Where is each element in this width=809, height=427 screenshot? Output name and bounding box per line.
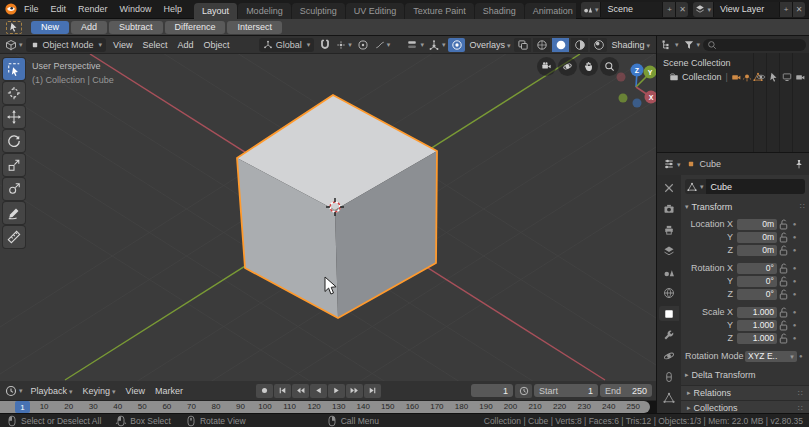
select-mode-intersect-button[interactable]: Intersect <box>227 21 282 34</box>
tool-annotate[interactable] <box>3 202 25 224</box>
workspace-tab-uv-editing[interactable]: UV Editing <box>346 3 406 19</box>
menu-edit[interactable]: Edit <box>45 4 73 14</box>
outliner-editor-type-button[interactable]: ▾ <box>660 38 680 52</box>
shading-solid-button[interactable] <box>552 38 569 52</box>
overlays-dropdown[interactable]: Overlays▾ <box>467 40 512 50</box>
browse-object-button[interactable]: ▾ <box>685 179 706 194</box>
gizmo-minus-y[interactable] <box>619 94 628 103</box>
animate-decorator[interactable]: ● <box>790 335 799 341</box>
playback-play-reverse-button[interactable] <box>310 384 327 398</box>
playback-jump-end-button[interactable] <box>364 384 381 398</box>
workspace-tab-shading[interactable]: Shading <box>475 3 525 19</box>
select-mode-difference-button[interactable]: Difference <box>165 21 226 34</box>
timeline-editor-type-button[interactable]: ▾ <box>4 384 24 398</box>
view-layer-name[interactable]: View Layer <box>713 2 779 17</box>
mode-dropdown[interactable]: Object Mode▾ <box>26 38 107 52</box>
properties-tab-physics[interactable] <box>659 348 679 363</box>
viewport-menu-add[interactable]: Add <box>172 40 198 50</box>
lock-icon[interactable] <box>777 262 790 275</box>
viewport-menu-select[interactable]: Select <box>137 40 172 50</box>
transform-panel-header[interactable]: ▾Transform∷ <box>685 200 805 213</box>
playback-play-button[interactable] <box>328 384 345 398</box>
animate-decorator[interactable]: ● <box>790 322 799 328</box>
lock-icon[interactable] <box>777 231 790 244</box>
rotation-mode-dropdown[interactable]: XYZ E..▾ <box>745 351 797 362</box>
lock-icon[interactable] <box>777 319 790 332</box>
preview-range-toggle[interactable] <box>515 384 532 398</box>
playback-next-keyframe-button[interactable] <box>346 384 363 398</box>
show-object-types-dropdown[interactable]: ▾ <box>405 38 425 52</box>
lock-icon[interactable] <box>777 306 790 319</box>
overlays-toggle[interactable] <box>448 38 465 52</box>
xray-toggle[interactable] <box>514 38 531 52</box>
playback-record-button[interactable] <box>256 384 273 398</box>
cube-object[interactable] <box>237 95 437 318</box>
remove-view-layer-button[interactable]: ✕ <box>792 2 805 17</box>
unlink-scene-button[interactable]: ✕ <box>675 2 688 17</box>
lock-icon[interactable] <box>777 332 790 345</box>
tool-move[interactable] <box>3 106 25 128</box>
panel-relations[interactable]: ▸Relations∷ <box>681 385 809 400</box>
outliner-search-input[interactable] <box>703 39 806 51</box>
shading-rendered-button[interactable] <box>590 38 607 52</box>
tool-cursor[interactable] <box>3 82 25 104</box>
viewport-menu-object[interactable]: Object <box>198 40 234 50</box>
viewport-menu-view[interactable]: View <box>108 40 137 50</box>
properties-tab-output[interactable] <box>659 222 679 237</box>
current-frame-marker[interactable]: 1 <box>15 401 30 413</box>
transform-value-field[interactable]: 0° <box>737 276 777 287</box>
navigation-gizmo[interactable]: Z Y X <box>610 56 656 110</box>
workspace-tab-layout[interactable]: Layout <box>194 3 238 19</box>
gizmo-minus-x[interactable] <box>617 73 626 82</box>
viewport-canvas[interactable]: User Perspective (1) Collection | Cube Z… <box>0 54 656 381</box>
properties-editor-type-button[interactable]: ▾ <box>662 157 682 171</box>
new-view-layer-button[interactable]: + <box>779 2 792 17</box>
transform-value-field[interactable]: 0m <box>737 232 777 243</box>
outliner-toggle-monitor[interactable] <box>782 72 792 82</box>
outliner-toggle-pointer[interactable] <box>769 72 779 82</box>
tool-scale[interactable] <box>3 154 25 176</box>
transform-value-field[interactable]: 1.000 <box>737 320 777 331</box>
animate-decorator[interactable]: ● <box>790 221 799 227</box>
lock-icon[interactable] <box>777 275 790 288</box>
pin-icon[interactable] <box>794 159 804 169</box>
menu-window[interactable]: Window <box>114 4 158 14</box>
animate-decorator[interactable]: ● <box>790 234 799 240</box>
snap-toggle[interactable] <box>316 38 333 52</box>
workspace-tab-modeling[interactable]: Modeling <box>238 3 292 19</box>
timeline-menu-playback[interactable]: Playback▾ <box>26 386 78 396</box>
snap-with-dropdown[interactable]: ▾ <box>335 38 353 52</box>
transform-value-field[interactable]: 1.000 <box>737 307 777 318</box>
transform-value-field[interactable]: 0m <box>737 245 777 256</box>
menu-render[interactable]: Render <box>72 4 114 14</box>
delta-transform-panel[interactable]: ▸Delta Transform <box>685 368 805 381</box>
shading-material-button[interactable] <box>571 38 588 52</box>
gizmos-dropdown[interactable]: ▾ <box>427 38 447 52</box>
new-scene-button[interactable]: + <box>662 2 675 17</box>
timeline-menu-marker[interactable]: Marker <box>150 386 188 396</box>
select-mode-new-button[interactable]: New <box>31 21 69 34</box>
animate-decorator[interactable]: ● <box>790 309 799 315</box>
animate-decorator[interactable]: ● <box>797 353 805 359</box>
properties-tab-scene[interactable] <box>659 264 679 279</box>
shading-wireframe-button[interactable] <box>533 38 550 52</box>
transform-value-field[interactable]: 0° <box>737 289 777 300</box>
menu-file[interactable]: File <box>18 4 45 14</box>
outliner-row-scene-collection[interactable]: Scene Collection <box>657 56 809 70</box>
outliner-filter-button[interactable]: ▾ <box>682 38 702 52</box>
animate-decorator[interactable]: ● <box>790 278 799 284</box>
timeline-menu-view[interactable]: View <box>121 386 150 396</box>
tool-measure[interactable] <box>3 226 25 248</box>
animate-decorator[interactable]: ● <box>790 265 799 271</box>
properties-tab-data[interactable] <box>659 390 679 405</box>
editor-type-button[interactable]: ▾ <box>4 38 24 52</box>
transform-value-field[interactable]: 0m <box>737 219 777 230</box>
panel-collections[interactable]: ▸Collections∷ <box>681 400 809 413</box>
outliner-row-collection[interactable]: Collection | <box>657 70 809 84</box>
select-mode-add-button[interactable]: Add <box>71 21 107 34</box>
menu-help[interactable]: Help <box>158 4 189 14</box>
nav-camera-view-button[interactable] <box>537 57 556 76</box>
animate-decorator[interactable]: ● <box>790 291 799 297</box>
properties-tab-tool[interactable] <box>659 180 679 195</box>
tool-transform[interactable] <box>3 178 25 200</box>
